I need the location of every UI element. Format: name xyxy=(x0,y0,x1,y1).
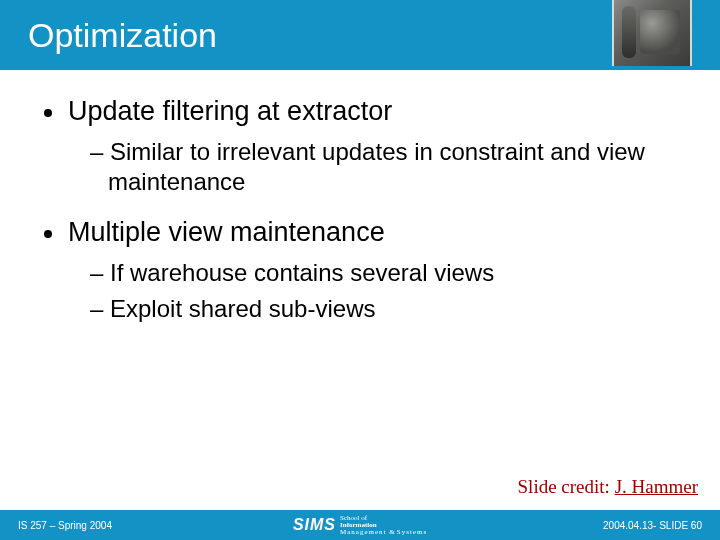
title-bar: Optimization xyxy=(0,0,720,70)
bullet-text: – Exploit shared sub-views xyxy=(90,295,375,322)
credit-name: J. Hammer xyxy=(615,476,698,497)
bullet-text: Multiple view maintenance xyxy=(68,217,385,248)
sims-logo: SIMS xyxy=(293,516,336,534)
slide: Optimization Update filtering at extract… xyxy=(0,0,720,540)
footer-bar: IS 257 – Spring 2004 SIMS School of Info… xyxy=(0,510,720,540)
sims-subtitle: School of Information Management &System… xyxy=(340,515,427,536)
bullet-dot-icon xyxy=(44,230,52,238)
bullet-level2: – Exploit shared sub-views xyxy=(90,294,690,324)
bullet-text: Update filtering at extractor xyxy=(68,96,392,127)
bullet-level2: – If warehouse contains several views xyxy=(90,258,690,288)
bullet-text: – Similar to irrelevant updates in const… xyxy=(90,138,645,195)
slide-body: Update filtering at extractor – Similar … xyxy=(0,70,720,324)
bullet-level2: – Similar to irrelevant updates in const… xyxy=(90,137,690,197)
footer-left: IS 257 – Spring 2004 xyxy=(18,520,112,531)
sims-line3: Management &Systems xyxy=(340,529,427,536)
slide-title: Optimization xyxy=(28,16,217,55)
bullet-dot-icon xyxy=(44,109,52,117)
slide-credit: Slide credit: J. Hammer xyxy=(518,476,698,498)
footer-right: 2004.04.13- SLIDE 60 xyxy=(603,520,702,531)
bullet-level1: Multiple view maintenance xyxy=(30,217,690,248)
bullet-text: – If warehouse contains several views xyxy=(90,259,494,286)
footer-logo-block: SIMS School of Information Management &S… xyxy=(293,515,427,536)
credit-prefix: Slide credit: xyxy=(518,476,615,497)
bullet-level1: Update filtering at extractor xyxy=(30,96,690,127)
decorative-photo xyxy=(612,0,692,66)
